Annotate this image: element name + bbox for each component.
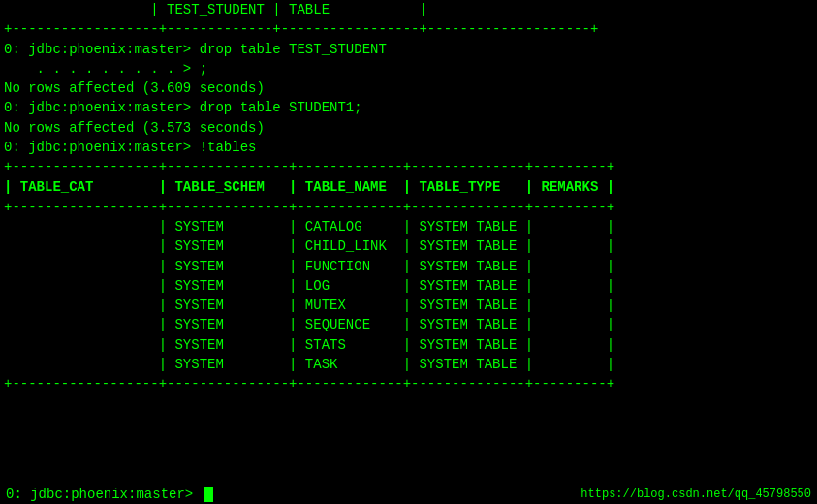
cmd-drop-test-student: 0: jdbc:phoenix:master> drop table TEST_… bbox=[0, 40, 817, 59]
table-row: | SYSTEM | STATS | SYSTEM TABLE | | bbox=[0, 335, 817, 355]
table-row: | SYSTEM | CATALOG | SYSTEM TABLE | | bbox=[0, 217, 817, 236]
result-1: No rows affected (3.609 seconds) bbox=[0, 79, 817, 98]
separator-1: +------------------+-------------+------… bbox=[0, 19, 817, 39]
url-link: https://blog.csdn.net/qq_45798550 bbox=[581, 488, 811, 501]
partial-top-row: | TEST_STUDENT | TABLE | bbox=[0, 0, 817, 19]
cursor bbox=[204, 487, 213, 502]
table-row: | SYSTEM | LOG | SYSTEM TABLE | | bbox=[0, 276, 817, 296]
command-prompt-line[interactable]: 0: jdbc:phoenix:master> bbox=[6, 487, 213, 502]
bottom-bar: 0: jdbc:phoenix:master> https://blog.csd… bbox=[0, 485, 817, 504]
table-sep-header: +------------------+---------------+----… bbox=[0, 198, 817, 217]
table-row: | SYSTEM | MUTEX | SYSTEM TABLE | | bbox=[0, 296, 817, 315]
terminal: | TEST_STUDENT | TABLE | +--------------… bbox=[0, 0, 817, 504]
table-row: | SYSTEM | FUNCTION | SYSTEM TABLE | | bbox=[0, 257, 817, 276]
table-header: | TABLE_CAT | TABLE_SCHEM | TABLE_NAME |… bbox=[0, 177, 817, 198]
table-row: | SYSTEM | SEQUENCE | SYSTEM TABLE | | bbox=[0, 315, 817, 334]
table-sep-top: +------------------+---------------+----… bbox=[0, 157, 817, 176]
cmd-continuation: . . . . . . . . . > ; bbox=[0, 59, 817, 79]
table-row: | SYSTEM | TASK | SYSTEM TABLE | | bbox=[0, 355, 817, 374]
result-2: No rows affected (3.573 seconds) bbox=[0, 118, 817, 138]
table-sep-bottom: +------------------+---------------+----… bbox=[0, 374, 817, 394]
cmd-tables: 0: jdbc:phoenix:master> !tables bbox=[0, 138, 817, 157]
prompt-text: 0: jdbc:phoenix:master> bbox=[6, 487, 202, 502]
table-row: | SYSTEM | CHILD_LINK | SYSTEM TABLE | | bbox=[0, 236, 817, 256]
cmd-drop-student1: 0: jdbc:phoenix:master> drop table STUDE… bbox=[0, 98, 817, 117]
